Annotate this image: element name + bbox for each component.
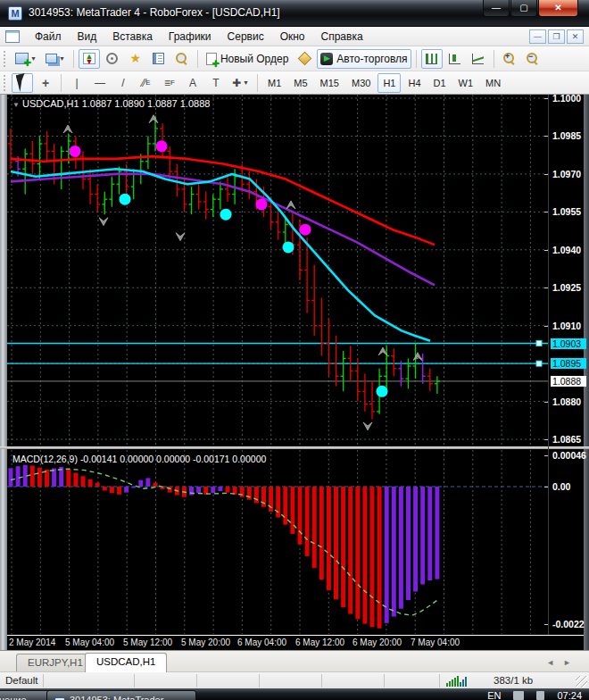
timeframe-w1[interactable]: W1 [453, 73, 479, 93]
macd-axis-top-label: 0.00046 [552, 450, 588, 461]
profile-name[interactable]: Default [5, 675, 41, 686]
tab-eurjpy-h1[interactable]: EURJPY,H1 [16, 654, 95, 672]
notebook-icon [153, 53, 164, 64]
app-icon: M [8, 6, 22, 21]
navigator-button[interactable]: ★ [125, 49, 146, 69]
macd-histogram-bar [73, 473, 78, 487]
trendline-button[interactable]: / [112, 73, 134, 93]
macd-histogram-bar [392, 487, 396, 617]
crosshair-button[interactable]: + [35, 73, 56, 93]
menu-insert[interactable]: Вставка [104, 28, 161, 46]
macd-values: -0.00141 0.00000 0.00000 -0.00171 0.0000… [80, 454, 266, 464]
timeframe-m30[interactable]: M30 [346, 73, 376, 93]
terminal-button[interactable] [148, 49, 170, 69]
equidistant-channel-button[interactable]: ⁄⁄E [136, 73, 157, 93]
maximize-button[interactable]: ▢ [510, 0, 537, 17]
text-label-button[interactable]: T [205, 73, 227, 93]
timeframe-d1[interactable]: D1 [428, 73, 452, 93]
chart-bars-button[interactable] [421, 49, 443, 69]
new-order-button[interactable]: +Новый Ордер [203, 49, 292, 69]
cursor-button[interactable] [12, 73, 33, 93]
timeframe-h1[interactable]: H1 [377, 73, 401, 93]
cursor-arrow-icon [16, 73, 29, 92]
close-button[interactable]: ✕ [538, 0, 578, 17]
timeframe-m5[interactable]: M5 [288, 73, 312, 93]
collapse-arrow-icon[interactable]: ▼ [12, 101, 20, 109]
timeframe-m1[interactable]: M1 [262, 73, 286, 93]
mdi-minimize-button[interactable]: — [529, 29, 546, 44]
timeframe-h4[interactable]: H4 [402, 73, 426, 93]
market-watch-button[interactable]: ▲▼ [79, 49, 100, 69]
fibonacci-button[interactable]: ≡F [159, 73, 180, 93]
text-label-icon: T [212, 77, 219, 89]
chart-candles-button[interactable] [444, 49, 466, 69]
price-tick-label: 1.0865 [552, 434, 588, 445]
menu-view[interactable]: Вид [70, 28, 105, 46]
macd-axis-zero-label: 0.00 [552, 481, 588, 492]
toolbar-grip[interactable] [4, 51, 7, 67]
time-axis-line [7, 635, 584, 636]
zoom-out-button[interactable]: − [522, 49, 543, 69]
axis-tick [544, 174, 548, 175]
macd-histogram-bar [196, 487, 201, 493]
hline-handle[interactable] [536, 361, 542, 366]
time-tick-label: 5 May 20:00 [181, 638, 230, 647]
data-window-button[interactable] [102, 49, 123, 69]
toolbar-grip-2[interactable] [4, 75, 7, 91]
menu-file[interactable]: Файл [27, 28, 70, 46]
timeframe-mn[interactable]: MN [480, 73, 506, 93]
tray-network-icon[interactable] [513, 691, 524, 700]
minimize-button[interactable]: — [483, 0, 510, 17]
macd-histogram-bar [189, 487, 194, 496]
pane-divider[interactable] [0, 446, 589, 449]
price-tick-label: 1.0910 [552, 321, 588, 331]
macd-histogram-bar [95, 483, 100, 487]
mdi-restore-button[interactable]: ❐ [548, 29, 565, 44]
menu-charts[interactable]: Графики [161, 28, 220, 46]
traffic-counter: 383/1 kb [494, 675, 533, 686]
macd-histogram-bar [399, 487, 403, 609]
macd-histogram-bar [131, 487, 136, 488]
hline-price-label[interactable]: 1.0895 [551, 358, 586, 369]
arrows-button[interactable]: ✚▼ [228, 73, 253, 93]
macd-histogram-bar [385, 487, 389, 623]
tab-usdcad-h1[interactable]: USDCAD,H1 [85, 653, 167, 672]
macd-histogram-bar [305, 487, 310, 556]
windows-taskbar: нение M3014953: MetaTrader EN 07:24 [0, 688, 589, 700]
profiles-button[interactable]: ▼ [42, 49, 69, 69]
resize-grip[interactable] [576, 676, 587, 688]
menu-help[interactable]: Справка [313, 28, 371, 46]
timeframe-m15[interactable]: M15 [315, 73, 344, 93]
metaeditor-button[interactable] [294, 49, 315, 69]
taskbar-button-other[interactable]: нение [0, 690, 52, 700]
new-chart-button[interactable]: +▼ [12, 49, 40, 69]
menu-window[interactable]: Окно [272, 28, 313, 46]
tab-scroll-left-icon[interactable]: ◄ [546, 658, 563, 667]
tray-app-icon[interactable] [536, 691, 544, 700]
tab-scroll-arrows[interactable]: ◄► [546, 658, 580, 667]
price-chart[interactable] [7, 95, 548, 447]
chart-line-button[interactable] [468, 49, 489, 69]
title-bar: M 3014953: MetaTrader 4 - RoboForex - [U… [0, 0, 589, 27]
strategy-tester-button[interactable] [171, 49, 193, 69]
vertical-line-button[interactable]: | [66, 73, 87, 93]
text-button[interactable]: A [182, 73, 203, 93]
cyan-signal-dot [377, 386, 388, 397]
zoom-in-button[interactable]: + [499, 49, 520, 69]
tab-scroll-right-icon[interactable]: ► [563, 658, 580, 667]
hline-price-label[interactable]: 1.0903 [551, 338, 586, 349]
chart-doc-icon[interactable] [5, 30, 20, 43]
mdi-close-button[interactable]: ✕ [567, 29, 584, 44]
horizontal-line-button[interactable]: — [89, 73, 111, 93]
autotrading-button[interactable]: ▶Авто-торговля [317, 49, 411, 69]
macd-chart[interactable] [7, 450, 548, 634]
menu-tools[interactable]: Сервис [220, 28, 272, 46]
taskbar-clock[interactable]: 07:24 [557, 690, 582, 700]
down-arrow-marker [99, 218, 108, 226]
language-indicator[interactable]: EN [487, 690, 501, 700]
hline-handle[interactable] [536, 341, 542, 346]
taskbar-button-metatrader[interactable]: M3014953: MetaTrader [46, 690, 196, 700]
macd-histogram-bar [406, 487, 411, 600]
horizontal-line-icon: — [95, 77, 105, 89]
price-tick-label: 1.1000 [552, 93, 588, 104]
